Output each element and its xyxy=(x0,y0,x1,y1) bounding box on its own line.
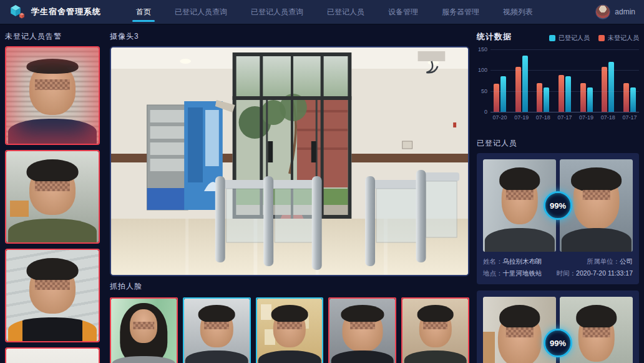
bar-group xyxy=(515,49,528,112)
chart-group xyxy=(534,49,552,112)
chart-plot xyxy=(490,49,639,112)
x-tick-label: 07-18 xyxy=(534,114,552,121)
capture-photo[interactable] xyxy=(183,297,251,363)
main-layout: 未登记人员告警 摄像头3 xyxy=(0,25,644,363)
app-title: 学生宿舍管理系统 xyxy=(31,6,101,17)
legend-label: 未登记人员 xyxy=(608,34,639,42)
nav-item-server-management[interactable]: 服务器管理 xyxy=(441,0,481,24)
stats-panel: 统计数据 已登记人员未登记人员 150100500 07-2007-1907-1… xyxy=(474,25,644,363)
face-body xyxy=(561,228,631,252)
face-photo xyxy=(184,299,250,363)
org-label: 所属单位： xyxy=(587,257,620,265)
capture-photo[interactable] xyxy=(328,297,396,363)
face-hair xyxy=(271,305,308,323)
face-hair xyxy=(417,305,454,323)
registered-face-photo xyxy=(560,297,633,363)
bar-group xyxy=(537,49,549,112)
registered-card[interactable]: 99% 姓名：乌拉别木布朗 所属单位：公司 地点：十里河地铁站 时间：2020-… xyxy=(477,291,639,363)
nav-item-registered-query-1[interactable]: 已登记人员查询 xyxy=(173,0,228,24)
pixelated-eyes xyxy=(134,322,155,329)
chart-bar xyxy=(522,56,528,112)
alerts-panel: 未登记人员告警 xyxy=(0,25,105,363)
chart-group xyxy=(490,49,509,112)
alert-photo[interactable] xyxy=(5,249,100,342)
legend-swatch xyxy=(549,35,555,41)
nav-item-registered-query-2[interactable]: 已登记人员查询 xyxy=(250,0,305,24)
gridline xyxy=(490,70,639,71)
face-body xyxy=(8,119,97,144)
registered-card[interactable]: 99% 姓名：乌拉别木布朗 所属单位：公司 地点：十里河地铁站 时间：2020-… xyxy=(477,153,639,284)
alert-photo-list xyxy=(5,46,100,363)
pixelated-eyes xyxy=(204,322,229,329)
brand: 学生宿舍管理系统 xyxy=(9,3,121,21)
chart-bar xyxy=(580,83,586,112)
face-body xyxy=(484,228,554,252)
camera-scene xyxy=(111,47,468,275)
pixelated-eyes xyxy=(35,181,70,191)
alert-photo[interactable] xyxy=(5,46,100,145)
y-tick-label: 100 xyxy=(478,67,487,73)
captured-face-photo xyxy=(483,297,556,363)
legend-label: 已登记人员 xyxy=(559,34,590,42)
face-hair xyxy=(341,305,384,323)
alert-photo[interactable] xyxy=(5,347,100,363)
face-hair xyxy=(499,167,540,191)
x-tick-label: 07-17 xyxy=(620,114,639,121)
stats-title: 统计数据 xyxy=(477,29,512,47)
legend-swatch xyxy=(598,35,605,41)
face-photo xyxy=(111,299,177,363)
place-value: 十里河地铁站 xyxy=(503,269,542,277)
face-photo xyxy=(560,297,633,363)
user-avatar[interactable] xyxy=(595,4,610,19)
card-photo-pair: 99% xyxy=(483,297,633,363)
stats-chart: 150100500 07-2007-1907-1807-1707-1907-18… xyxy=(477,49,639,129)
face-photo xyxy=(6,151,99,242)
chart-group xyxy=(620,49,639,112)
chart-bar xyxy=(559,75,564,112)
main-nav: 首页已登记人员查询已登记人员查询已登记人员设备管理服务器管理视频列表 xyxy=(135,0,595,24)
user-menu[interactable]: admin xyxy=(595,4,635,19)
nav-item-registered-list[interactable]: 已登记人员 xyxy=(326,0,366,24)
pixelated-eyes xyxy=(505,327,533,337)
nav-item-video-list[interactable]: 视频列表 xyxy=(502,0,534,24)
bar-group xyxy=(602,49,614,112)
gridline xyxy=(490,91,639,92)
face-body xyxy=(8,219,97,242)
gridline xyxy=(490,49,639,50)
nav-item-device-management[interactable]: 设备管理 xyxy=(387,0,419,24)
chart-bar xyxy=(537,83,542,112)
pixelated-eyes xyxy=(350,322,375,329)
card-photo-pair: 99% xyxy=(483,159,633,252)
pixelated-eyes xyxy=(35,280,70,290)
x-tick-label: 07-20 xyxy=(490,114,509,121)
chart-bar xyxy=(602,67,607,112)
capture-photo[interactable] xyxy=(401,297,469,363)
face-photo xyxy=(329,299,395,363)
face-hair xyxy=(27,258,79,282)
chart-bar xyxy=(565,76,571,112)
face-body xyxy=(8,317,97,341)
top-nav: 学生宿舍管理系统 首页已登记人员查询已登记人员查询已登记人员设备管理服务器管理视… xyxy=(0,0,644,25)
chart-group xyxy=(598,49,617,112)
face-body xyxy=(185,351,248,363)
capture-photo[interactable] xyxy=(256,297,324,363)
camera-panel: 摄像头3 xyxy=(105,25,474,363)
face-photo xyxy=(402,299,468,363)
face-photo xyxy=(257,299,323,363)
chart-bar xyxy=(608,62,614,112)
face-hair xyxy=(499,305,540,329)
alert-photo[interactable] xyxy=(5,150,100,244)
match-percentage-badge: 99% xyxy=(544,329,572,357)
face-body xyxy=(112,356,175,363)
org-value: 公司 xyxy=(620,257,633,265)
name-label: 姓名： xyxy=(483,257,503,265)
x-tick-label: 07-18 xyxy=(598,114,617,121)
camera-feed xyxy=(110,46,469,276)
capture-photo[interactable] xyxy=(110,297,178,363)
chart-group xyxy=(577,49,596,112)
y-tick-label: 0 xyxy=(484,109,487,115)
chart-x-axis: 07-2007-1907-1807-1707-1907-1807-17 xyxy=(490,114,639,121)
app-logo-icon xyxy=(9,3,26,21)
legend-item: 未登记人员 xyxy=(598,34,639,42)
nav-item-home[interactable]: 首页 xyxy=(135,0,152,24)
